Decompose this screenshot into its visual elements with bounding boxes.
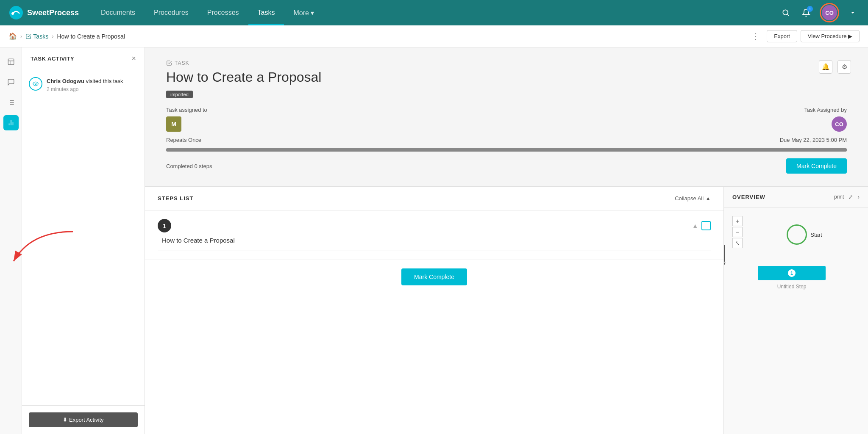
activity-panel: TASK ACTIVITY × Chris Odogwu visited thi… (22, 47, 145, 434)
overview-actions: print ⤢ › (834, 194, 860, 200)
lower-section: STEPS LIST Collapse All ▲ 1 ▲ How to (145, 187, 868, 434)
nav-processes[interactable]: Processes (198, 0, 248, 25)
activity-text: Chris Odogwu visited this task 2 minutes… (47, 77, 123, 92)
mark-complete-step-button[interactable]: Mark Complete (401, 268, 467, 285)
search-button[interactable] (779, 6, 793, 19)
nav-items: Documents Procedures Processes Tasks Mor… (92, 0, 779, 25)
steps-title: STEPS LIST (158, 195, 193, 202)
sidebar-icon-document[interactable] (3, 54, 19, 69)
logo[interactable]: SweetProcess (8, 5, 79, 20)
flow-step-box: 1 (758, 266, 826, 280)
activity-panel-close[interactable]: × (131, 54, 136, 63)
overview-content: + − ⤡ Start 1 (724, 207, 868, 434)
nav-more[interactable]: More ▾ (284, 0, 323, 25)
progress-bar (166, 148, 847, 152)
flow-step-num: 1 (788, 269, 796, 277)
nav-procedures[interactable]: Procedures (145, 0, 198, 25)
imported-badge: imported (166, 91, 193, 98)
activity-panel-header: TASK ACTIVITY × (22, 47, 145, 70)
export-button[interactable]: Export (767, 30, 797, 42)
main-content: 🔔 ⚙ TASK How to Create a Proposal import… (145, 47, 868, 434)
nav-tasks[interactable]: Tasks (248, 0, 284, 25)
home-link[interactable]: 🏠 (8, 32, 17, 40)
zoom-out-button[interactable]: − (732, 227, 743, 237)
assigner-avatar: CO (832, 116, 847, 132)
steps-footer: Mark Complete (145, 260, 723, 294)
task-title: How to Create a Proposal (166, 69, 847, 85)
list-item: Chris Odogwu visited this task 2 minutes… (29, 77, 138, 92)
left-sidebar (0, 47, 22, 434)
svg-rect-3 (8, 59, 14, 65)
task-assigned-by: Task Assigned by CO (804, 107, 847, 132)
flowchart: Start 1 Untitled Step (749, 220, 860, 290)
due-date-text: Due May 22, 2023 5:00 PM (780, 137, 847, 143)
step-number-row: 1 ▲ (158, 219, 711, 232)
breadcrumb-actions: ⋮ Export View Procedure ▶ (748, 30, 860, 43)
svg-point-1 (11, 12, 14, 15)
main-layout: TASK ACTIVITY × Chris Odogwu visited thi… (0, 47, 868, 434)
steps-header: STEPS LIST Collapse All ▲ (145, 187, 723, 210)
flow-untitled-label: Untitled Step (758, 284, 826, 290)
task-assigned-to-label: Task assigned to (166, 107, 207, 113)
activity-action: visited this task (84, 78, 123, 84)
task-assigned-to: Task assigned to M (166, 107, 207, 132)
activity-panel-title: TASK ACTIVITY (31, 55, 74, 62)
step-controls: ▲ (692, 221, 711, 230)
flow-start-row: Start (787, 224, 822, 245)
step-divider (158, 251, 711, 251)
svg-point-0 (9, 6, 23, 19)
overview-title: OVERVIEW (732, 194, 765, 200)
nav-documents[interactable]: Documents (92, 0, 145, 25)
completed-row: Completed 0 steps Mark Complete (166, 158, 847, 174)
steps-panel: STEPS LIST Collapse All ▲ 1 ▲ How to (145, 187, 724, 434)
overview-print-button[interactable]: print (834, 194, 844, 200)
task-header-icons: 🔔 ⚙ (819, 60, 851, 74)
assignee-avatar: M (166, 116, 181, 132)
layout-icon-button[interactable]: ⚙ (837, 60, 851, 74)
completed-steps-text: Completed 0 steps (166, 163, 212, 169)
flow-start-label: Start (810, 232, 822, 238)
logo-icon (8, 5, 24, 20)
zoom-fit-button[interactable]: ⤡ (732, 238, 743, 248)
step-chevron-up[interactable]: ▲ (692, 222, 698, 229)
task-label: TASK (166, 60, 847, 66)
flow-start-node (787, 224, 807, 245)
more-options-button[interactable]: ⋮ (748, 30, 763, 43)
task-assigned-by-label: Task Assigned by (804, 107, 847, 113)
logo-text: SweetProcess (27, 8, 79, 17)
notifications-button[interactable]: 1 (799, 6, 813, 19)
notification-badge: 1 (807, 6, 813, 12)
step-number: 1 (158, 219, 171, 232)
zoom-in-button[interactable]: + (732, 216, 743, 226)
sidebar-icon-list[interactable] (3, 95, 19, 110)
export-activity-button[interactable]: ⬇ Export Activity (29, 412, 138, 427)
top-nav: SweetProcess Documents Procedures Proces… (0, 0, 868, 25)
step-checkbox[interactable] (701, 221, 711, 230)
user-avatar: CO (822, 5, 837, 20)
sidebar-icon-chart[interactable] (3, 115, 19, 130)
collapse-all-button[interactable]: Collapse All ▲ (675, 195, 711, 202)
overview-panel: OVERVIEW print ⤢ › + − ⤡ (724, 187, 868, 434)
sidebar-icon-chat[interactable] (3, 75, 19, 90)
overview-next-button[interactable]: › (857, 194, 860, 200)
user-avatar-wrap[interactable]: CO (820, 3, 839, 22)
activity-footer: ⬇ Export Activity (22, 405, 145, 434)
view-procedure-button[interactable]: View Procedure ▶ (801, 30, 860, 42)
nav-right: 1 CO (779, 3, 860, 22)
bell-icon-button[interactable]: 🔔 (819, 60, 832, 74)
chevron-up-icon: ▲ (705, 195, 711, 202)
user-dropdown-arrow[interactable] (846, 6, 860, 19)
breadcrumb-bar: 🏠 › Tasks › How to Create a Proposal ⋮ E… (0, 25, 868, 47)
activity-list: Chris Odogwu visited this task 2 minutes… (22, 70, 145, 405)
breadcrumb-sep-2: › (52, 33, 53, 39)
activity-user: Chris Odogwu (47, 78, 84, 84)
step-name: How to Create a Proposal (162, 237, 711, 244)
repeats-row: Repeats Once Due May 22, 2023 5:00 PM (166, 137, 847, 143)
overview-expand-button[interactable]: ⤢ (848, 194, 853, 200)
task-meta-row: Task assigned to M Task Assigned by CO (166, 107, 847, 132)
task-header-section: 🔔 ⚙ TASK How to Create a Proposal import… (145, 47, 868, 187)
mark-complete-button[interactable]: Mark Complete (786, 158, 847, 174)
breadcrumb-current: How to Create a Proposal (57, 33, 125, 40)
tasks-breadcrumb-link[interactable]: Tasks (25, 33, 48, 40)
breadcrumb-sep-1: › (20, 33, 22, 39)
